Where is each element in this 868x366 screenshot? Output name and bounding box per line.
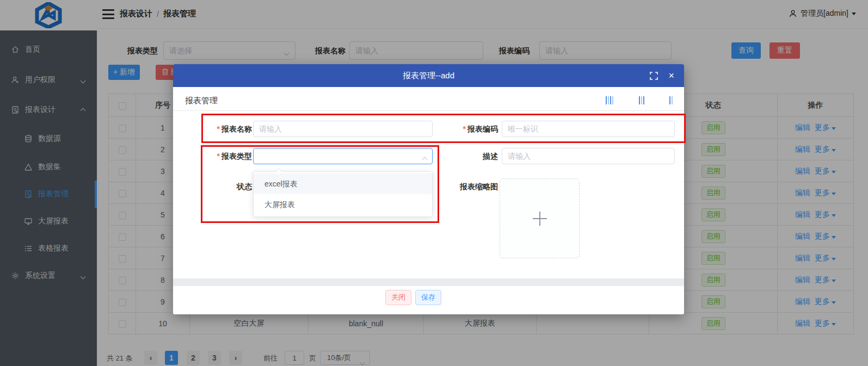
description-input[interactable] [502, 148, 675, 164]
plus-icon [532, 210, 548, 227]
field-thumb-label: 报表缩略图 [441, 178, 498, 195]
columns-icon-4bars[interactable] [606, 96, 613, 104]
columns-icon-2bars[interactable] [669, 96, 673, 104]
report-type-select[interactable] [253, 148, 433, 164]
columns-icon-3bars[interactable] [639, 96, 644, 104]
required-asterisk: * [217, 152, 220, 160]
report-type-dropdown: excel报表 大屏报表 [253, 171, 433, 217]
report-name-input[interactable] [253, 121, 433, 137]
close-icon[interactable]: × [668, 69, 674, 82]
fullscreen-icon[interactable] [650, 72, 658, 80]
chevron-up-icon [423, 154, 427, 163]
field-desc-label: 描述 [441, 148, 498, 164]
report-code-input[interactable] [502, 121, 675, 137]
field-type-label: *报表类型 [195, 148, 252, 164]
modal-titlebar[interactable]: 报表管理--add × [173, 64, 684, 87]
field-status-label: 状态 [195, 178, 252, 195]
modal-title: 报表管理--add [403, 71, 454, 81]
dropdown-option-bigscreen[interactable]: 大屏报表 [254, 194, 432, 215]
required-asterisk: * [463, 125, 466, 133]
required-asterisk: * [217, 125, 220, 133]
thumbnail-upload-box[interactable] [500, 178, 580, 258]
modal-section-title: 报表管理 [185, 96, 218, 106]
divider [173, 110, 684, 111]
field-code-label: *报表编码 [441, 121, 498, 137]
report-add-modal: 报表管理--add × 报表管理 *报表名称 *报表编码 *报表类型 描述 状态… [173, 64, 684, 314]
field-name-label: *报表名称 [195, 121, 252, 137]
app-root: 首页 用户权限 报表设计 数据源 数据集 报表管理 大屏报表 [0, 0, 868, 366]
dropdown-option-excel[interactable]: excel报表 [254, 173, 432, 194]
modal-close-button[interactable]: 关闭 [385, 290, 411, 305]
modal-save-button[interactable]: 保存 [415, 290, 441, 305]
modal-scrollbar-strip[interactable] [173, 278, 684, 286]
